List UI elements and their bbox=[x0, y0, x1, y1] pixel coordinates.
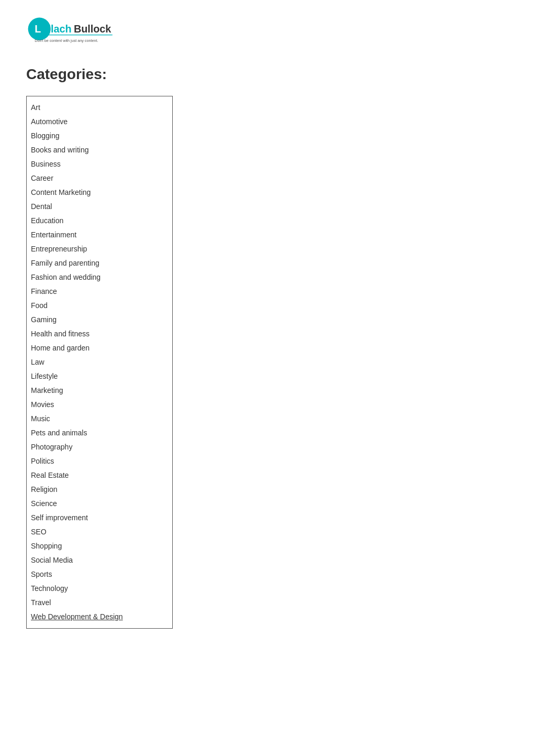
category-item[interactable]: Family and parenting bbox=[31, 256, 166, 270]
category-item[interactable]: Books and writing bbox=[31, 143, 166, 157]
category-item[interactable]: Pets and animals bbox=[31, 426, 166, 440]
category-item[interactable]: Sports bbox=[31, 567, 166, 582]
category-item[interactable]: Social Media bbox=[31, 553, 166, 567]
category-item[interactable]: Web Development & Design bbox=[31, 610, 166, 624]
category-item[interactable]: Art bbox=[31, 101, 166, 115]
category-item[interactable]: Blogging bbox=[31, 129, 166, 143]
category-item[interactable]: Career bbox=[31, 171, 166, 185]
category-item[interactable]: Lifestyle bbox=[31, 369, 166, 384]
svg-text:Don't be content with just any: Don't be content with just any content. bbox=[35, 38, 98, 43]
category-item[interactable]: Real Estate bbox=[31, 468, 166, 483]
category-item[interactable]: Business bbox=[31, 157, 166, 171]
category-item[interactable]: Law bbox=[31, 355, 166, 369]
category-item[interactable]: Music bbox=[31, 412, 166, 426]
svg-text:ilach: ilach bbox=[48, 23, 71, 35]
category-item[interactable]: Movies bbox=[31, 398, 166, 412]
category-item[interactable]: Technology bbox=[31, 582, 166, 596]
category-item[interactable]: Entrepreneurship bbox=[31, 242, 166, 256]
category-item[interactable]: Travel bbox=[31, 596, 166, 610]
svg-rect-5 bbox=[35, 35, 113, 35]
svg-text:L: L bbox=[35, 23, 41, 35]
category-item[interactable]: Home and garden bbox=[31, 341, 166, 355]
category-item[interactable]: SEO bbox=[31, 525, 166, 539]
category-item[interactable]: Health and fitness bbox=[31, 327, 166, 341]
category-item[interactable]: Dental bbox=[31, 200, 166, 214]
page-title: Categories: bbox=[26, 66, 508, 83]
category-item[interactable]: Entertainment bbox=[31, 228, 166, 242]
category-item[interactable]: Photography bbox=[31, 440, 166, 454]
svg-text:Bullock: Bullock bbox=[74, 23, 112, 35]
category-item[interactable]: Finance bbox=[31, 284, 166, 299]
logo-container: L ilach Bullock Don't be content with ju… bbox=[26, 16, 508, 50]
category-item[interactable]: Gaming bbox=[31, 313, 166, 327]
category-item[interactable]: Fashion and wedding bbox=[31, 270, 166, 284]
category-item[interactable]: Education bbox=[31, 214, 166, 228]
category-item[interactable]: Religion bbox=[31, 483, 166, 497]
category-item[interactable]: Shopping bbox=[31, 539, 166, 553]
category-item[interactable]: Science bbox=[31, 497, 166, 511]
category-item[interactable]: Automotive bbox=[31, 115, 166, 129]
categories-box: ArtAutomotiveBloggingBooks and writingBu… bbox=[26, 96, 173, 629]
category-item[interactable]: Content Marketing bbox=[31, 185, 166, 200]
site-logo: L ilach Bullock Don't be content with ju… bbox=[26, 16, 120, 49]
category-item[interactable]: Politics bbox=[31, 454, 166, 468]
category-item[interactable]: Food bbox=[31, 299, 166, 313]
category-item[interactable]: Self improvement bbox=[31, 511, 166, 525]
category-item[interactable]: Marketing bbox=[31, 384, 166, 398]
